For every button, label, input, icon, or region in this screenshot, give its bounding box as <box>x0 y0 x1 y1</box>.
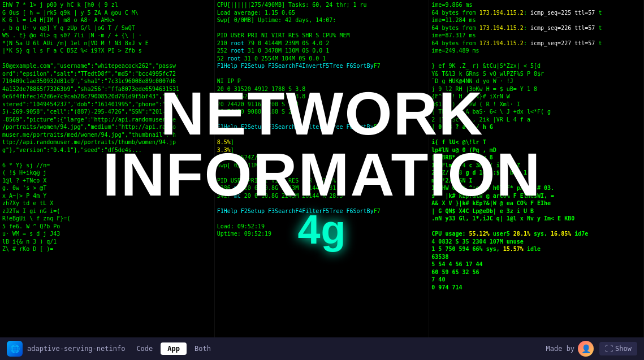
app-icon: 🌐 <box>7 341 23 357</box>
tab-both[interactable]: Both <box>188 342 218 355</box>
tab-code[interactable]: Code <box>129 342 159 355</box>
bottom-right-section: Made by 👤 ⛶ Show <box>546 341 637 357</box>
show-button[interactable]: ⛶ Show <box>599 342 637 355</box>
terminal-col-1: EhW 7 * 1> j p00 y hC k [h0 ( 9 zl G 0us… <box>0 0 215 337</box>
made-by-label: Made by <box>546 345 575 353</box>
tab-app[interactable]: App <box>161 342 187 355</box>
show-label: Show <box>615 345 632 353</box>
made-by-section: Made by 👤 <box>546 341 594 357</box>
bottom-bar: 🌐 adaptive-serving-netinfo Code App Both… <box>0 337 644 360</box>
terminal-background: EhW 7 * 1> j p00 y hC k [h0 ( 9 zl G 0us… <box>0 0 644 337</box>
terminal-col-3: ime=9.866 ms 64 bytes from 173.194.115.2… <box>429 0 644 337</box>
terminal-col-2: CPU[||||||275/490MB] Tasks: 60, 24 thr; … <box>215 0 430 337</box>
show-icon: ⛶ <box>605 344 613 353</box>
tab-button-group: Code App Both <box>129 342 218 355</box>
bottom-left-section: 🌐 adaptive-serving-netinfo Code App Both <box>7 341 218 357</box>
app-name-label: adaptive-serving-netinfo <box>27 345 125 353</box>
author-avatar: 👤 <box>578 341 594 357</box>
